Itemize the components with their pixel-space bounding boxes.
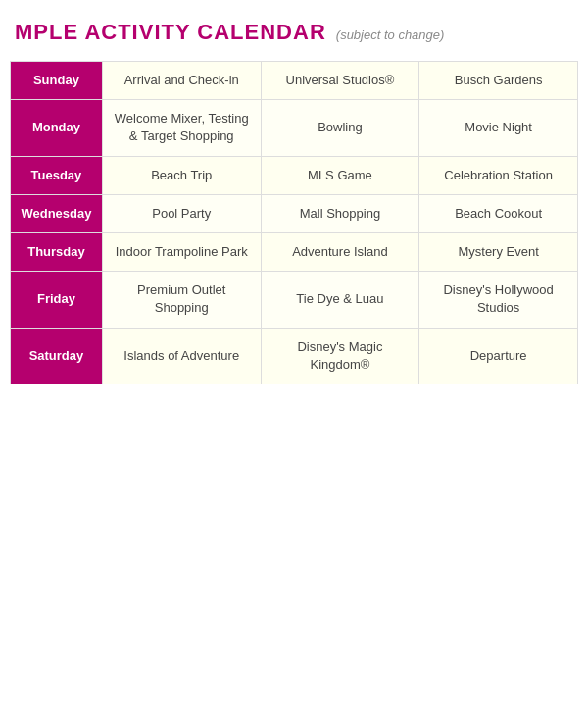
- activity-cell: Celebration Station: [419, 156, 578, 194]
- table-row: SundayArrival and Check-inUniversal Stud…: [11, 62, 578, 100]
- activity-cell: Departure: [419, 328, 578, 384]
- activity-cell: Islands of Adventure: [102, 328, 261, 384]
- day-cell: Saturday: [11, 328, 103, 384]
- table-row: FridayPremium Outlet ShoppingTie Dye & L…: [11, 272, 578, 328]
- activity-cell: Disney's Magic Kingdom®: [261, 328, 419, 384]
- day-cell: Monday: [11, 100, 103, 156]
- activity-cell: Welcome Mixer, Testing & Target Shopping: [102, 100, 261, 156]
- table-row: WednesdayPool PartyMall ShoppingBeach Co…: [11, 194, 578, 232]
- page-subtitle: (subject to change): [336, 27, 445, 42]
- activity-cell: Adventure Island: [261, 232, 419, 271]
- table-row: TuesdayBeach TripMLS GameCelebration Sta…: [11, 156, 578, 194]
- activity-cell: Mall Shopping: [261, 194, 419, 232]
- activity-cell: Beach Cookout: [419, 194, 578, 232]
- activity-cell: Premium Outlet Shopping: [102, 272, 261, 328]
- activity-cell: Disney's Hollywood Studios: [419, 272, 578, 328]
- activity-cell: Beach Trip: [102, 156, 261, 194]
- table-row: ThursdayIndoor Trampoline ParkAdventure …: [11, 232, 578, 271]
- day-cell: Wednesday: [11, 194, 103, 232]
- page-title: MPLE ACTIVITY CALENDAR: [15, 20, 326, 45]
- activity-cell: Pool Party: [102, 194, 261, 232]
- activity-cell: Mystery Event: [419, 232, 578, 271]
- day-cell: Sunday: [11, 62, 103, 100]
- activity-cell: Indoor Trampoline Park: [102, 232, 261, 271]
- table-row: SaturdayIslands of AdventureDisney's Mag…: [11, 328, 578, 384]
- day-cell: Tuesday: [11, 156, 103, 194]
- page-header: MPLE ACTIVITY CALENDAR (subject to chang…: [10, 20, 588, 45]
- activity-cell: Bowling: [261, 100, 419, 156]
- activity-cell: Universal Studios®: [261, 62, 419, 100]
- activity-cell: MLS Game: [261, 156, 419, 194]
- activity-cell: Busch Gardens: [419, 62, 578, 100]
- activity-cell: Tie Dye & Luau: [261, 272, 419, 328]
- day-cell: Thursday: [11, 232, 103, 271]
- day-cell: Friday: [11, 272, 103, 328]
- activity-calendar: SundayArrival and Check-inUniversal Stud…: [10, 61, 578, 384]
- table-row: MondayWelcome Mixer, Testing & Target Sh…: [11, 100, 578, 156]
- activity-cell: Arrival and Check-in: [102, 62, 261, 100]
- activity-cell: Movie Night: [419, 100, 578, 156]
